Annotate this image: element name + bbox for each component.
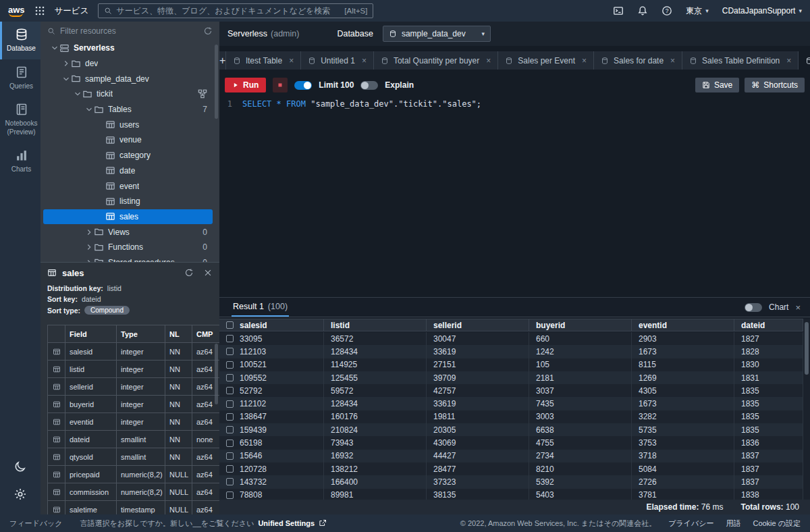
chevron-right-icon[interactable]	[61, 59, 71, 68]
tree-item-functions[interactable]: Functions0	[43, 240, 213, 255]
account-menu[interactable]: CDataJapanSupport▾	[722, 6, 802, 16]
editor-tab-sales-per-event[interactable]: Sales per Event×	[498, 51, 594, 70]
row-checkbox[interactable]	[226, 452, 234, 460]
close-tab-icon[interactable]: ×	[786, 56, 791, 65]
terms-link[interactable]: 用語	[726, 518, 740, 529]
shortcuts-button[interactable]: ⌘ Shortcuts	[745, 78, 805, 92]
close-tab-icon[interactable]: ×	[289, 56, 294, 65]
close-tab-icon[interactable]: ×	[362, 56, 367, 65]
cluster-name[interactable]: Serverless	[227, 29, 267, 38]
result-row[interactable]: 788088998138135540337811838	[219, 489, 803, 500]
editor-tab-sales-table-definition[interactable]: Sales Table Definition×	[682, 51, 799, 70]
result-row[interactable]: 33095365723004766029031827	[219, 332, 803, 345]
result-row[interactable]: 14373216640037323539227261837	[219, 475, 803, 488]
stop-button[interactable]	[273, 78, 288, 92]
chevron-right-icon[interactable]	[84, 242, 94, 252]
result-row[interactable]: 10955212545539709218112691831	[219, 371, 803, 384]
result-col-listid[interactable]: listid	[324, 319, 427, 331]
row-checkbox[interactable]	[226, 478, 234, 485]
app-grid-icon[interactable]	[34, 5, 45, 16]
result-col-salesid[interactable]: salesid	[219, 319, 324, 331]
close-panel-icon[interactable]	[203, 268, 213, 277]
panel-scrollbar[interactable]	[215, 344, 218, 404]
tree-item-serverless[interactable]: Serverless	[43, 41, 213, 56]
close-tab-icon[interactable]: ×	[582, 56, 587, 65]
result-row[interactable]: 11210312843433619124216731828	[219, 345, 803, 358]
run-button[interactable]: Run	[225, 78, 266, 92]
select-all-checkbox[interactable]	[226, 321, 234, 329]
tree-item-listing[interactable]: listing	[43, 194, 213, 209]
explorer-scrollbar[interactable]	[215, 45, 218, 119]
close-tab-icon[interactable]: ×	[486, 56, 491, 65]
services-menu[interactable]: サービス	[55, 5, 89, 17]
privacy-link[interactable]: プライバシー	[668, 518, 713, 529]
row-checkbox[interactable]	[226, 387, 234, 394]
close-chart-icon[interactable]: ×	[795, 302, 801, 313]
row-checkbox[interactable]	[226, 426, 234, 433]
filter-resources-input[interactable]	[60, 26, 198, 36]
editor-tab-untitled-2[interactable]: Untitled 2×	[799, 51, 810, 70]
schema-view-icon[interactable]	[198, 89, 213, 99]
explain-toggle[interactable]	[360, 81, 378, 90]
row-checkbox[interactable]	[226, 361, 234, 369]
editor-tab-sales-for-date[interactable]: Sales for date×	[594, 51, 682, 70]
unified-settings-link[interactable]: Unified Settings	[258, 519, 315, 527]
rail-item-database[interactable]: Database	[0, 22, 40, 59]
chevron-down-icon[interactable]	[73, 89, 82, 99]
close-tab-icon[interactable]: ×	[670, 56, 675, 65]
row-checkbox[interactable]	[226, 440, 234, 447]
tree-item-sample-data-dev[interactable]: sample_data_dev	[43, 71, 213, 86]
tree-item-event[interactable]: event	[43, 178, 213, 194]
save-button[interactable]: Save	[695, 78, 739, 92]
tree-item-sales[interactable]: sales	[43, 209, 213, 225]
cookie-settings-link[interactable]: Cookie の設定	[753, 518, 801, 529]
dark-mode-toggle-icon[interactable]	[14, 460, 26, 473]
sql-editor[interactable]: 1 SELECT * FROM "sample_data_dev"."ticki…	[219, 95, 810, 297]
result-row[interactable]: 1005211149252715110581151830	[219, 358, 803, 371]
result-col-eventid[interactable]: eventid	[632, 319, 734, 331]
console-search-bar[interactable]: [Alt+S]	[98, 3, 373, 18]
row-checkbox[interactable]	[226, 491, 234, 499]
rail-item-queries[interactable]: Queries	[0, 59, 40, 97]
chevron-down-icon[interactable]	[50, 43, 59, 53]
tree-item-tickit[interactable]: tickit	[43, 86, 213, 102]
result-row[interactable]: 156461693244427273437181837	[219, 450, 803, 462]
row-checkbox[interactable]	[226, 413, 234, 421]
tree-item-users[interactable]: users	[43, 117, 213, 132]
result-row[interactable]: 12072813821228477821050841837	[219, 462, 803, 475]
row-checkbox[interactable]	[226, 348, 234, 355]
editor-tab-ltest-table[interactable]: ltest Table×	[226, 51, 301, 70]
help-icon[interactable]: ?	[662, 5, 672, 16]
result-col-dateid[interactable]: dateid	[734, 319, 803, 331]
scrollbar-thumb[interactable]	[805, 322, 809, 375]
results-scrollbar[interactable]	[803, 319, 810, 500]
refresh-table-icon[interactable]	[184, 268, 194, 277]
rail-item-charts[interactable]: Charts	[0, 142, 40, 180]
result-row[interactable]: 15943921082420305663857351835	[219, 423, 803, 436]
row-checkbox[interactable]	[226, 374, 234, 381]
chart-toggle[interactable]	[745, 303, 762, 312]
row-checkbox[interactable]	[226, 335, 234, 342]
tree-item-tables[interactable]: Tables7	[43, 102, 213, 117]
tree-item-dev[interactable]: dev	[43, 56, 213, 72]
database-select[interactable]: sample_data_dev ▾	[383, 26, 491, 42]
result-row[interactable]: 651987394343069475537531836	[219, 436, 803, 449]
new-tab-button[interactable]: +	[219, 51, 226, 70]
result-row[interactable]: 13864716017619811300332821835	[219, 410, 803, 423]
console-search-input[interactable]	[116, 6, 340, 16]
aws-logo[interactable]: aws	[8, 5, 25, 17]
result-tab[interactable]: Result 1 (100)	[232, 298, 289, 317]
limit-toggle[interactable]	[294, 81, 312, 90]
result-col-sellerid[interactable]: sellerid	[427, 319, 529, 331]
result-row[interactable]: 527925957242757303743051835	[219, 384, 803, 397]
rail-item-notebooks-preview[interactable]: Notebooks (Preview)	[0, 97, 40, 142]
tree-item-venue[interactable]: venue	[43, 132, 213, 148]
row-checkbox[interactable]	[226, 465, 234, 473]
tree-item-category[interactable]: category	[43, 148, 213, 163]
chevron-down-icon[interactable]	[61, 74, 71, 84]
refresh-tree-icon[interactable]	[203, 26, 213, 36]
notifications-bell-icon[interactable]	[637, 5, 648, 16]
feedback-link[interactable]: フィードバック	[9, 518, 63, 529]
tree-item-date[interactable]: date	[43, 163, 213, 179]
result-col-buyerid[interactable]: buyerid	[529, 319, 632, 331]
